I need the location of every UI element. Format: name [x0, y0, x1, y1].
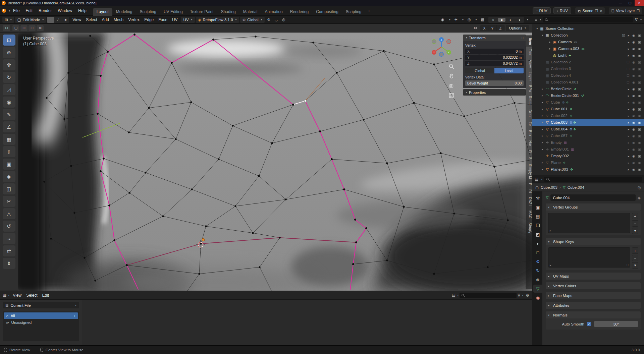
- expander-icon[interactable]: ▸: [540, 121, 545, 124]
- outliner-row[interactable]: ▾ ▦ Collection ☑ ▸ ◉ ▣: [532, 32, 644, 39]
- row-visibility-icons[interactable]: ▸ ◉ ▣: [628, 107, 642, 111]
- expander-icon[interactable]: ▸: [540, 141, 545, 144]
- workspace-tab[interactable]: UV Editing: [160, 8, 186, 16]
- row-visibility-icons[interactable]: ▸ ◉ ▣: [628, 54, 642, 57]
- n-panel-tab[interactable]: P: [526, 181, 532, 187]
- row-visibility-icons[interactable]: ▸ ◉ ▣: [628, 141, 642, 144]
- properties-tab[interactable]: ▣: [533, 203, 542, 211]
- outliner-row[interactable]: ▸ ◠ BezierCircle.001 ↺ ▸ ◉ ▣: [532, 92, 644, 99]
- viewport-menu[interactable]: Add: [99, 17, 111, 22]
- remove-shape-key-button[interactable]: −: [632, 255, 638, 261]
- global-button[interactable]: Global: [465, 68, 494, 73]
- outliner-row[interactable]: ▸ ▽ Plane ❖ ▸ ◉ ▣: [532, 159, 644, 166]
- n-panel-tab[interactable]: RI: [526, 188, 532, 195]
- mirror-axis-button[interactable]: Y: [488, 25, 496, 31]
- new-scene-icon[interactable]: ❐: [595, 9, 598, 13]
- shading-mode-button[interactable]: ○: [489, 18, 497, 22]
- outliner-row[interactable]: ▸ ▽ Cube.001 ❖ ▸ ◉ ▣: [532, 106, 644, 112]
- tool-button[interactable]: ⇕: [3, 258, 15, 269]
- row-visibility-icons[interactable]: ▸ ◉ ▣: [628, 94, 642, 98]
- auto-smooth-angle-field[interactable]: 30°: [594, 321, 638, 327]
- outliner-editor-icon[interactable]: ≡: [535, 17, 537, 22]
- tool-button[interactable]: △: [3, 208, 15, 219]
- viewport-menu[interactable]: UV: [170, 17, 180, 22]
- collapsed-panel-header[interactable]: ▸ Vertex Colors: [546, 282, 641, 289]
- outliner-row[interactable]: ▸ ▽ Cube.002 ❖ ▸ ◉ ▣: [532, 112, 644, 119]
- row-visibility-icons[interactable]: ☑ ▸ ◉ ▣: [622, 34, 642, 37]
- resize-grip-icon[interactable]: ∷: [627, 263, 629, 267]
- tool-button[interactable]: ⊡: [3, 35, 15, 46]
- workspace-tab[interactable]: Layout: [93, 8, 112, 16]
- n-panel-tab[interactable]: Drea: [526, 108, 532, 119]
- normals-panel-header[interactable]: ▾ Normals: [546, 311, 641, 318]
- outliner-row[interactable]: ▦ Collection 2 ☐ ◉ ▣: [532, 59, 644, 65]
- ruv-button[interactable]: ↑ RUV: [533, 7, 550, 14]
- properties-tab[interactable]: ◩: [533, 230, 542, 238]
- workspace-tab[interactable]: Material: [239, 8, 261, 16]
- pivot-point-icon[interactable]: ⊙: [266, 17, 272, 22]
- xray-toggle-icon[interactable]: ▩: [479, 17, 486, 22]
- unlink-scene-icon[interactable]: ✕: [600, 9, 602, 13]
- tool-button[interactable]: ▣: [3, 159, 15, 170]
- viewport-menu[interactable]: View: [70, 17, 84, 22]
- pan-hand-icon[interactable]: [448, 73, 454, 79]
- expander-icon[interactable]: ▸: [548, 40, 552, 44]
- n-panel-tab[interactable]: Layer: [526, 70, 532, 83]
- select-mode-button[interactable]: ∕: [54, 17, 62, 23]
- vertex-coordinate-field[interactable]: X0 m: [465, 49, 524, 54]
- row-visibility-icons[interactable]: ▸ ◉ ▣: [628, 127, 642, 131]
- scene-selector[interactable]: ◩ Scene ❐ ✕: [575, 7, 605, 14]
- row-visibility-icons[interactable]: ▸ ◉ ▣: [628, 87, 642, 91]
- breadcrumb-object[interactable]: Cube.003: [541, 185, 557, 189]
- viewport-menu[interactable]: Select: [84, 17, 99, 22]
- asset-menu[interactable]: Edit: [40, 293, 52, 298]
- asset-grid-area[interactable]: [82, 300, 532, 345]
- properties-search[interactable]: [544, 177, 642, 182]
- overlays-toggle-icon[interactable]: ◎: [466, 17, 473, 22]
- row-visibility-icons[interactable]: ▸ ◉ ▣: [628, 40, 642, 44]
- n-panel-tab[interactable]: Simply M: [526, 162, 532, 181]
- outliner-row[interactable]: ▸ ✛ Empty.001 ▦ ▸ ◉ ▣: [532, 146, 644, 153]
- topbar-menu[interactable]: Render: [36, 8, 55, 13]
- remove-vertex-group-button[interactable]: −: [632, 220, 638, 227]
- expander-icon[interactable]: ▸: [540, 168, 545, 171]
- local-button[interactable]: Local: [494, 68, 524, 73]
- filter-icon[interactable]: ∇: [635, 17, 638, 22]
- properties-tab[interactable]: ↻: [533, 267, 542, 275]
- outliner-row[interactable]: ▸ ▽ Plane.003 ❖ ▸ ◉ ▣: [532, 166, 644, 173]
- expander-icon[interactable]: ▸: [540, 101, 545, 104]
- orientation-dropdown[interactable]: ⊕ Global ▾: [240, 17, 265, 23]
- gear-icon[interactable]: ⚙: [526, 293, 529, 298]
- workspace-tab[interactable]: Scripting: [342, 8, 365, 16]
- row-visibility-icons[interactable]: ☐ ◉ ▣: [627, 67, 642, 71]
- add-vertex-group-button[interactable]: +: [632, 213, 638, 219]
- camera-view-icon[interactable]: [448, 83, 454, 89]
- tool-button[interactable]: ≈: [3, 233, 15, 244]
- outliner-row[interactable]: ▸ ◠ BezierCircle ↺ ▸ ◉ ▣: [532, 85, 644, 92]
- properties-tab[interactable]: ⊗: [533, 276, 542, 284]
- select-preset-button[interactable]: ⊞: [20, 25, 28, 31]
- workspace-tab[interactable]: Animation: [261, 8, 286, 16]
- expander-icon[interactable]: ▾: [540, 34, 545, 37]
- n-panel-tab[interactable]: DAZ I: [526, 195, 532, 208]
- tool-button[interactable]: ◿: [3, 84, 15, 95]
- vertex-groups-list[interactable]: ▸ ∷: [548, 213, 630, 233]
- expander-icon[interactable]: ▸: [540, 127, 545, 131]
- workspace-tab[interactable]: Texture Paint: [186, 8, 217, 16]
- shape-key-specials-button[interactable]: ▾: [632, 262, 638, 269]
- breadcrumb-data[interactable]: Cube.004: [568, 185, 584, 189]
- select-preset-button[interactable]: ⊟: [29, 25, 36, 31]
- n-panel-tab[interactable]: Fl: [526, 149, 532, 155]
- workspace-tab[interactable]: Shading: [217, 8, 239, 16]
- outliner-row[interactable]: ▸ ▽ Cube.003 ⚙ ❖ ▸ ◉ ▣: [532, 119, 644, 126]
- uv-addon-dropdown[interactable]: UV▾: [181, 17, 195, 23]
- asset-catalog-row[interactable]: ⌂ All +: [4, 312, 78, 319]
- tool-button[interactable]: ∠: [3, 121, 15, 132]
- pin-icon[interactable]: ◎: [638, 185, 641, 190]
- asset-menu[interactable]: Select: [24, 293, 40, 298]
- outliner-search-input[interactable]: [549, 17, 631, 22]
- show-object-types-icon[interactable]: ◉: [439, 17, 446, 22]
- expander-icon[interactable]: ▸: [540, 148, 545, 151]
- workspace-tab[interactable]: Compositing: [312, 8, 342, 16]
- options-button[interactable]: Options▾: [506, 25, 529, 31]
